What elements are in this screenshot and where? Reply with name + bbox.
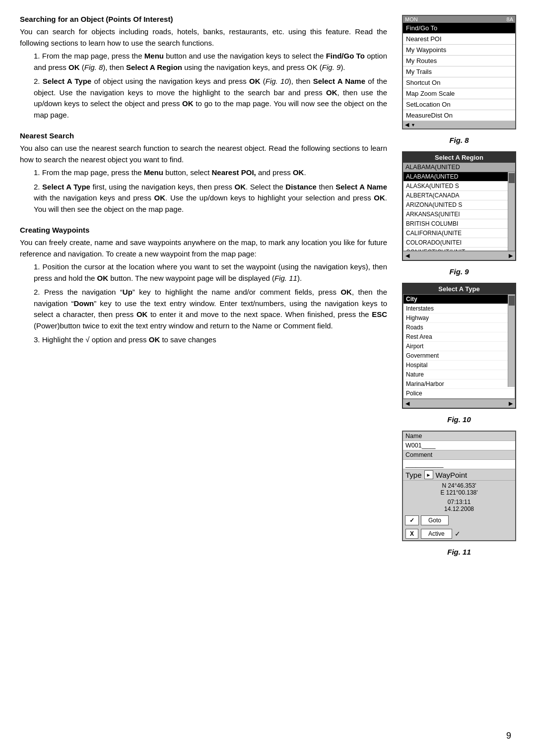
fig8-item-mapzoom[interactable]: Map Zoom Scale <box>403 88 515 99</box>
fig11-x-btn[interactable]: X <box>405 529 418 539</box>
fig10-item-airport[interactable]: Airport <box>403 342 515 351</box>
fig8-item-findgoto[interactable]: Find/Go To <box>403 23 515 34</box>
fig11-buttons-row1: ✓ Goto <box>403 513 515 527</box>
fig10-list: City Interstates Highway Roads Rest Area… <box>403 294 515 399</box>
page-number: 9 <box>506 731 511 741</box>
right-panel: MON 8A Find/Go To Nearest POI My Waypoin… <box>402 15 516 741</box>
fig9-current: ALABAMA(UNITED <box>403 163 515 172</box>
fig10-panel: Select A Type City Interstates Highway R… <box>402 283 516 409</box>
fig10-arrow-left[interactable]: ◀ <box>403 399 412 408</box>
section3-body: You can freely create, name and save way… <box>20 237 387 259</box>
fig9-item-california[interactable]: CALIFORNIA(UNITE <box>403 229 515 238</box>
fig9-label: Fig. 9 <box>402 267 516 276</box>
section1-title: Searching for an Object (Points Of Inter… <box>20 15 387 23</box>
fig11-check-btn[interactable]: ✓ <box>405 515 419 525</box>
fig11-label: Fig. 11 <box>402 548 516 556</box>
fig9-scrollbar[interactable] <box>508 172 515 251</box>
fig11-active-btn[interactable]: Active <box>421 529 452 539</box>
fig9-arrow-left[interactable]: ◀ <box>403 252 412 260</box>
fig11-buttons-row2: X Active ✓ <box>403 527 515 540</box>
fig10-arrow-right[interactable]: ▶ <box>506 399 515 408</box>
fig9-item-arizona[interactable]: ARIZONA(UNITED S <box>403 200 515 210</box>
fig10-header: Select A Type <box>403 284 515 294</box>
section1-body: You can search for objects including roa… <box>20 26 387 49</box>
section2-body: You also can use the nearest search func… <box>20 143 387 165</box>
fig9-item-alabama[interactable]: ALABAMA(UNITED <box>403 172 515 182</box>
fig8-header: MON 8A <box>403 16 515 23</box>
step3-3: 3. Highlight the √ option and press OK t… <box>34 334 387 346</box>
fig8-item-myroutes[interactable]: My Routes <box>403 56 515 66</box>
fig10-item-city[interactable]: City <box>403 295 515 304</box>
fig10-item-police[interactable]: Police <box>403 389 515 398</box>
fig8-label: Fig. 8 <box>402 136 516 144</box>
fig9-item-colorado[interactable]: COLORADO(UNITEI <box>403 238 515 248</box>
fig9-scrollbar-thumb <box>509 173 515 183</box>
fig8-scrollbar-row: ◀ ▼ <box>403 121 515 128</box>
fig10-item-government[interactable]: Government <box>403 351 515 361</box>
step2-2: 2. Select A Type first, using the naviga… <box>34 182 387 215</box>
step2-1: 1. From the map page, press the Menu but… <box>34 167 387 179</box>
step3-1: 1. Position the cursor at the location w… <box>34 261 387 284</box>
fig8-item-setlocation[interactable]: SetLocation On <box>403 99 515 110</box>
fig9-item-connecticut[interactable]: CONNECTICUT(UNIT <box>403 248 515 251</box>
fig11-comment-value[interactable]: ___________ <box>403 460 515 469</box>
fig10-scrollbar[interactable] <box>508 295 515 387</box>
fig9-item-arkansas[interactable]: ARKANSAS(UNITEI <box>403 210 515 219</box>
fig10-bottom-bar: ◀ ▶ <box>403 399 515 408</box>
fig9-item-alaska[interactable]: ALASKA(UNITED S <box>403 182 515 191</box>
step3-2: 2. Press the navigation “Up” key to high… <box>34 287 387 331</box>
fig9-panel: Select A Region ALABAMA(UNITED ALABAMA(U… <box>402 151 516 261</box>
fig11-date: 14.12.2008 <box>404 505 514 512</box>
fig8-scroll-left[interactable]: ◀ <box>405 122 409 128</box>
main-content: Searching for an Object (Points Of Inter… <box>20 15 402 741</box>
fig11-check2: ✓ <box>455 530 461 538</box>
fig11-coords-line1: N 24°46.353' <box>404 482 514 489</box>
section2-title: Nearest Search <box>20 131 387 140</box>
fig10-item-interstates[interactable]: Interstates <box>403 304 515 314</box>
fig11-type-row: Type ► WayPoint <box>403 469 515 481</box>
fig11-name-value[interactable]: W001____ <box>403 441 515 450</box>
fig11-coords-line2: E 121°00.138' <box>404 489 514 496</box>
fig9-arrow-right[interactable]: ▶ <box>506 252 515 260</box>
fig11-type-value: WayPoint <box>436 471 468 479</box>
fig11-goto-btn[interactable]: Goto <box>421 515 449 525</box>
fig10-item-roads[interactable]: Roads <box>403 323 515 332</box>
fig8-scroll-icon: ▼ <box>411 123 513 127</box>
fig8-item-mywaypoints[interactable]: My Waypoints <box>403 45 515 56</box>
fig9-bottom-bar: ◀ ▶ <box>403 251 515 260</box>
fig8-item-nearestpoi[interactable]: Nearest POI <box>403 34 515 45</box>
fig10-item-highway[interactable]: Highway <box>403 314 515 323</box>
fig11-type-label: Type <box>405 471 422 479</box>
fig9-item-british[interactable]: BRITISH COLUMBI <box>403 219 515 229</box>
fig10-item-restarea[interactable]: Rest Area <box>403 332 515 342</box>
fig10-label: Fig. 10 <box>402 415 516 424</box>
fig11-type-icon[interactable]: ► <box>424 470 433 479</box>
step1-1: 1. From the map page, press the Menu but… <box>34 51 387 73</box>
fig11-panel: Name W001____ Comment ___________ Type ►… <box>402 431 516 541</box>
fig9-list: ALABAMA(UNITED ALASKA(UNITED S ALBERTA(C… <box>403 172 515 251</box>
fig10-item-marina[interactable]: Marina/Harbor <box>403 379 515 389</box>
fig8-item-mytrails[interactable]: My Trails <box>403 66 515 77</box>
fig8-item-shortcut[interactable]: Shortcut On <box>403 77 515 88</box>
fig8-item-measuredist[interactable]: MeasureDist On <box>403 110 515 121</box>
fig9-item-alberta[interactable]: ALBERTA(CANADA <box>403 191 515 200</box>
fig11-coords: N 24°46.353' E 121°00.138' <box>403 481 515 498</box>
fig8-header-right: 8A <box>507 16 513 22</box>
fig11-name-label: Name <box>403 432 515 441</box>
fig10-scrollbar-thumb <box>509 296 515 306</box>
fig11-time: 07:13:11 <box>404 499 514 505</box>
fig9-header: Select A Region <box>403 152 515 163</box>
fig8-header-left: MON <box>405 16 418 22</box>
fig10-item-hospital[interactable]: Hospital <box>403 361 515 370</box>
fig11-datetime: 07:13:11 14.12.2008 <box>403 498 515 513</box>
fig10-item-nature[interactable]: Nature <box>403 370 515 379</box>
section3-title: Creating Waypoints <box>20 226 387 234</box>
fig11-comment-label: Comment <box>403 450 515 460</box>
fig8-panel: MON 8A Find/Go To Nearest POI My Waypoin… <box>402 15 516 129</box>
step1-2: 2. Select A Type of object using the nav… <box>34 76 387 121</box>
